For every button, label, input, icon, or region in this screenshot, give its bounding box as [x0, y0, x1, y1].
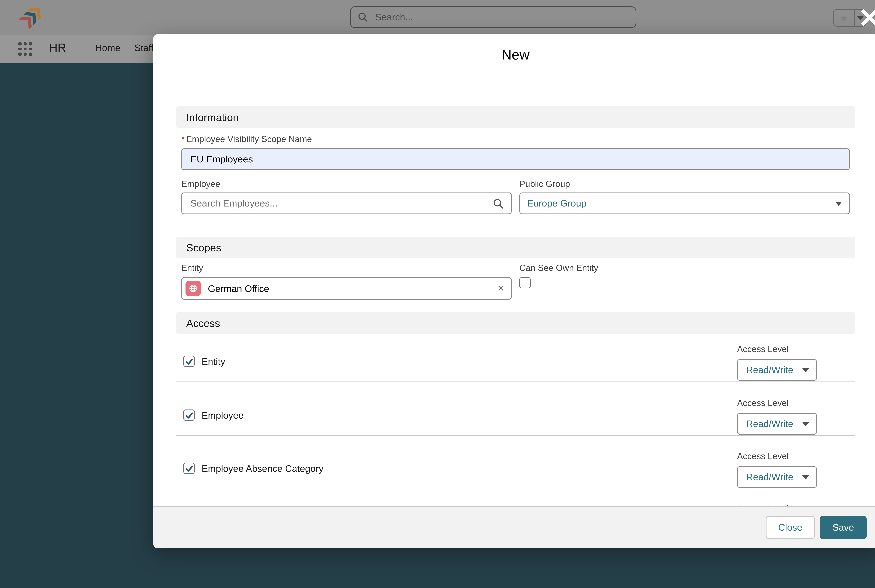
entity-field-label: Entity [181, 264, 512, 273]
access-checkbox[interactable] [183, 356, 195, 367]
access-checkbox[interactable] [183, 463, 195, 474]
global-search-box[interactable] [350, 6, 636, 28]
name-field-label: *Employee Visibility Scope Name [181, 135, 850, 144]
access-level-value: Read/Write [746, 418, 793, 429]
section-scopes: Scopes [177, 237, 855, 258]
nav-tab-home[interactable]: Home [95, 43, 120, 53]
global-header: ★ + ? ⚙ [0, 0, 875, 35]
access-row-label: Employee [202, 410, 244, 420]
access-level-select[interactable]: Read/Write [737, 466, 817, 488]
dropdown-caret-icon [835, 201, 842, 206]
remove-entity-icon[interactable]: × [497, 283, 504, 294]
entity-selected-pill[interactable]: German Office × [181, 277, 512, 300]
app-logo-icon [17, 3, 45, 32]
access-row-entity: Access Level Read/Write Entity [177, 335, 855, 382]
access-level-value: Read/Write [746, 472, 793, 482]
employee-field-label: Employee [181, 180, 512, 189]
entity-globe-icon [186, 281, 201, 296]
new-record-modal: New Information *Employee Visibility Sco… [153, 34, 875, 548]
dropdown-caret-icon [802, 422, 809, 426]
access-level-value: Read/Write [746, 365, 793, 375]
access-level-label: Access Level [737, 452, 817, 461]
modal-title: New [502, 47, 530, 63]
dropdown-caret-icon [802, 368, 809, 372]
access-row-employee: Access Level Read/Write Employee [177, 382, 855, 436]
app-name: HR [49, 41, 66, 55]
access-row-partial: Access Level [177, 489, 855, 506]
employee-search-input[interactable] [189, 197, 493, 209]
public-group-select[interactable]: Europe Group [519, 192, 850, 214]
access-checkbox[interactable] [183, 410, 195, 421]
access-level-label: Access Level [737, 399, 817, 408]
app-launcher-icon[interactable] [18, 42, 33, 57]
save-button[interactable]: Save [820, 516, 867, 539]
search-icon [358, 12, 368, 22]
access-level-select[interactable]: Read/Write [737, 413, 817, 435]
global-search-input[interactable] [374, 11, 629, 23]
access-level-select[interactable]: Read/Write [737, 359, 817, 381]
modal-close-icon[interactable] [859, 7, 875, 28]
access-level-label: Access Level [737, 505, 817, 506]
access-level-label: Access Level [737, 345, 817, 354]
can-see-own-entity-label: Can See Own Entity [519, 264, 850, 273]
nav-tab-staff[interactable]: Staff [135, 43, 154, 53]
section-access: Access [177, 312, 855, 334]
app-stage: ★ + ? ⚙ HR Home Staff Emplo... [0, 0, 875, 588]
access-row-label: Employee Absence Category [202, 463, 324, 474]
star-icon[interactable]: ★ [834, 10, 854, 26]
public-group-field-label: Public Group [519, 180, 850, 189]
scope-name-input[interactable] [181, 148, 850, 170]
modal-header: New [153, 34, 875, 76]
can-see-own-entity-checkbox[interactable] [519, 277, 530, 288]
modal-footer: Close Save [153, 506, 875, 548]
public-group-value: Europe Group [527, 198, 835, 208]
modal-body[interactable]: Information *Employee Visibility Scope N… [153, 76, 875, 506]
employee-lookup-field[interactable] [181, 192, 512, 214]
access-row-label: Entity [202, 356, 225, 366]
required-asterisk: * [181, 134, 185, 144]
entity-value: German Office [208, 283, 269, 294]
search-icon [493, 198, 504, 209]
access-row-employee-absence-category: Access Level Read/Write Employee Absence… [177, 436, 855, 489]
section-information: Information [177, 106, 855, 128]
close-button[interactable]: Close [766, 516, 815, 539]
dropdown-caret-icon [802, 475, 809, 479]
